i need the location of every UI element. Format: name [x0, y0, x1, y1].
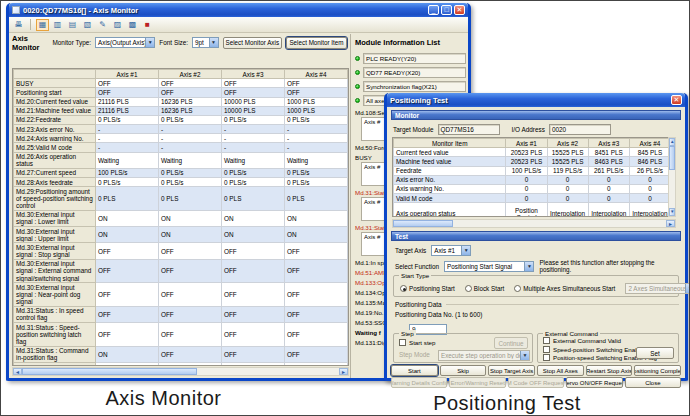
scroll-left-icon[interactable]: ◄ — [13, 368, 22, 375]
chevron-down-icon[interactable]: ▼ — [461, 246, 470, 255]
cell-value: OFF — [159, 283, 222, 307]
monitor-type-combo[interactable]: Axis(Output Axis)▼ — [95, 37, 155, 48]
simultaneous-start-combo[interactable]: 2 Axes Simultaneous Start▼ — [625, 283, 690, 294]
horizontal-scrollbar[interactable]: ► — [392, 219, 676, 228]
cell-value: 0 — [547, 194, 588, 203]
test-monitor-table: Monitor ItemAxis #1Axis #2Axis #3Axis #4… — [392, 137, 672, 217]
radio-icon[interactable] — [465, 285, 472, 292]
cell-value: Interpolation — [547, 203, 588, 217]
cell-value: OFF — [96, 243, 159, 259]
select-monitor-item-button[interactable]: Select Monitor Item — [286, 37, 347, 49]
checkbox-icon[interactable] — [543, 346, 550, 353]
font-size-combo[interactable]: 9pt▼ — [192, 37, 218, 48]
cell-value: OFF — [222, 283, 285, 307]
cell-value: - — [159, 134, 222, 143]
scroll-right-icon[interactable]: ► — [666, 220, 675, 227]
column-header: Axis #1 — [506, 139, 547, 148]
chevron-down-icon[interactable]: ▼ — [145, 38, 154, 47]
cell-value: 0 PLS — [285, 187, 348, 211]
scrollbar-thumb[interactable] — [669, 146, 675, 170]
table-row: Machine feed value20523 PLS15525 PLS8463… — [394, 157, 671, 166]
servo-icon[interactable]: ▩ — [126, 19, 139, 31]
error-history-icon[interactable]: ▧ — [81, 19, 94, 31]
graph-icon[interactable]: ▨ — [111, 19, 124, 31]
row-label: Md.30:External input signal : Upper limi… — [14, 227, 96, 243]
external-command-checkbox[interactable]: External Command Valid — [543, 337, 678, 344]
table-row: Valid M code0000 — [394, 194, 671, 203]
edit-icon[interactable]: ✎ — [96, 19, 109, 31]
close-button[interactable]: Close — [625, 377, 681, 388]
checkbox-icon[interactable] — [399, 339, 406, 346]
scroll-up-icon[interactable]: ▲ — [669, 138, 675, 146]
scrollbar-thumb[interactable] — [393, 220, 453, 227]
start-type-radio[interactable]: Multiple Axes Simultaneous Start — [514, 285, 615, 292]
start-step-checkbox[interactable]: Start step — [399, 339, 435, 346]
table-row: Md.23:Axis error No.---- — [14, 125, 348, 134]
maximize-button[interactable]: □ — [441, 5, 452, 15]
start-type-radio[interactable]: Block Start — [465, 285, 504, 292]
checkbox-icon[interactable] — [543, 354, 550, 361]
m-code-off-request-button[interactable]: M Code OFF Request — [508, 377, 564, 388]
caption-axis-monitor: Axis Monitor — [61, 387, 266, 410]
close-button[interactable]: ✕ — [454, 5, 465, 15]
servo-on-off-request-button[interactable]: Servo ON/OFF Request — [566, 377, 622, 388]
print-icon[interactable]: 🖶 — [12, 19, 25, 31]
module-status-label: PLC READY(Y20) — [363, 53, 466, 64]
start-button[interactable]: Start — [391, 365, 438, 376]
set-button[interactable]: Set — [636, 347, 674, 359]
error-warning-details-confirmation-button[interactable]: Error/Warning Details Confirmation — [391, 377, 447, 388]
table-row: Md.31:Status : Speed-position switching … — [14, 323, 348, 347]
radio-icon[interactable] — [514, 285, 521, 292]
target-axis-combo[interactable]: Axis #1▼ — [431, 245, 471, 256]
scrollbar-thumb[interactable] — [22, 368, 197, 375]
scroll-right-icon[interactable]: ► — [339, 368, 348, 375]
minimize-button[interactable]: _ — [428, 5, 439, 15]
stop-all-axes-button[interactable]: Stop All Axes — [537, 365, 584, 376]
cell-value: 20523 PLS — [506, 157, 547, 166]
table-row: Md.20:Current feed value21116 PLS16236 P… — [14, 97, 348, 106]
start-type-radio[interactable]: Positioning Start — [400, 285, 455, 292]
cell-value: 0 — [547, 175, 588, 184]
stop-icon[interactable]: ■ — [141, 19, 154, 31]
scroll-down-icon[interactable]: ▼ — [669, 208, 675, 216]
select-monitor-axis-button[interactable]: Select Monitor Axis — [223, 37, 282, 49]
positioning-complete-button[interactable]: Positioning Complete — [634, 365, 681, 376]
chevron-down-icon[interactable]: ▼ — [685, 284, 690, 293]
cell-value: OFF — [96, 323, 159, 347]
row-label: Valid M code — [394, 194, 506, 203]
stop-target-axis-button[interactable]: Stop Target Axis — [488, 365, 535, 376]
table-row: Axis warning No.0000 — [394, 184, 671, 193]
target-module-value: QD77MS16 — [438, 124, 500, 135]
cell-value: 21116 PLS — [96, 106, 159, 115]
chevron-down-icon[interactable]: ▼ — [520, 351, 529, 360]
chevron-down-icon[interactable]: ▼ — [209, 38, 218, 47]
cell-value: 100 PLS/s — [506, 166, 547, 175]
cell-value: 0 PLS/s — [222, 178, 285, 187]
checkbox-icon[interactable] — [543, 337, 550, 344]
table-row: Feedrate100 PLS/s119 PLS/s261 PLS/s26 PL… — [394, 166, 671, 175]
step-legend: Step — [399, 330, 416, 337]
radio-icon[interactable] — [400, 285, 407, 292]
axis-monitor-titlebar[interactable]: 0020:QD77MS16[] - Axis Monitor _ □ ✕ — [9, 3, 468, 17]
cell-value: ON — [222, 227, 285, 243]
close-button[interactable]: ✕ — [671, 95, 682, 105]
restart-stop-axis-button[interactable]: Restart Stop Axis — [586, 365, 633, 376]
operation-monitor-icon[interactable]: ▥ — [51, 19, 64, 31]
chevron-down-icon[interactable]: ▼ — [524, 262, 533, 271]
cell-value: OFF — [285, 283, 348, 307]
module-status-item: PLC READY(Y20) — [355, 53, 466, 64]
vertical-scrollbar[interactable]: ▲ ▼ — [668, 137, 676, 217]
cell-value: OFF — [285, 259, 348, 283]
history-monitor-icon[interactable]: ▤ — [66, 19, 79, 31]
skip-button[interactable]: Skip — [440, 365, 487, 376]
continue-button[interactable]: Continue — [494, 337, 528, 349]
positioning-test-titlebar[interactable]: Positioning Test ✕ — [387, 93, 685, 107]
axis-monitor-icon[interactable]: ▦ — [36, 19, 49, 31]
cell-value: OFF — [285, 243, 348, 259]
error-warning-reset-button[interactable]: Error/Warning Reset — [449, 377, 505, 388]
horizontal-scrollbar[interactable]: ◄ ► — [12, 367, 349, 376]
table-header-row: Axis #1Axis #2Axis #3Axis #4 — [14, 70, 348, 79]
step-mode-combo[interactable]: Execute step operation by deceleration▼ — [438, 350, 530, 361]
select-function-combo[interactable]: Positioning Start Signal▼ — [444, 261, 534, 272]
column-header: Axis #3 — [588, 139, 629, 148]
